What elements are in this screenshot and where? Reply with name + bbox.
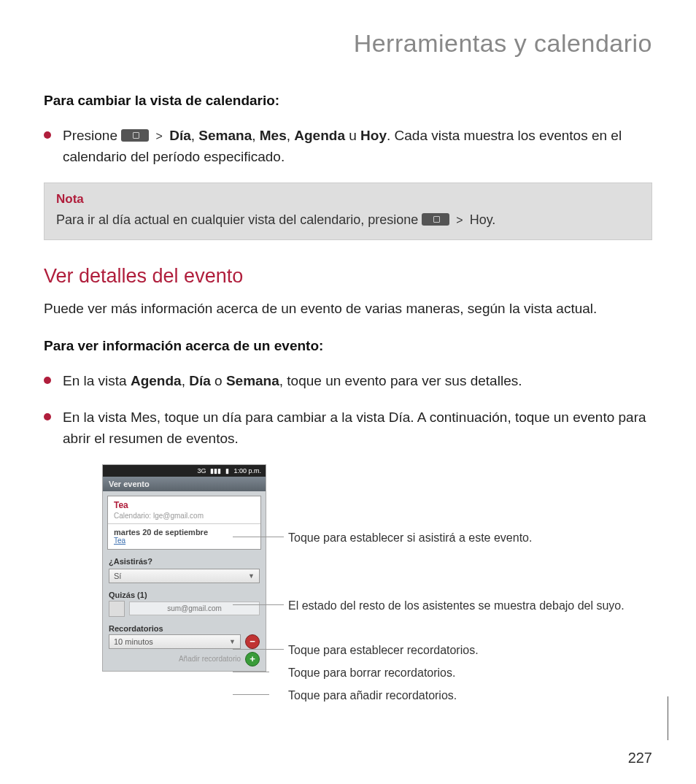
status-bar: 3G ▮▮▮ ▮ 1:00 p.m. (103, 465, 266, 477)
callouts: Toque para establecer si asistirá a este… (266, 464, 652, 526)
reminders-label: Recordatorios (103, 621, 266, 634)
callout-attendees-status: El estado del resto de los asistentes se… (266, 598, 625, 614)
text: Presione (63, 128, 121, 143)
reminder-value: 10 minutos (114, 637, 153, 646)
app-bar-title: Ver evento (103, 477, 266, 491)
gt-icon: > (153, 130, 166, 142)
page-number: 227 (628, 750, 652, 766)
chevron-down-icon: ▼ (248, 572, 255, 580)
callout-attend: Toque para establecer si asistirá a este… (266, 530, 532, 546)
page-title: Herramientas y calendario (44, 29, 652, 58)
opt-semana: Semana (226, 373, 279, 388)
attendee-row: sum@gmail.com (109, 601, 260, 617)
callout-delete-reminder: Toque para borrar recordatorios. (266, 665, 455, 681)
callout-add-reminder: Toque para añadir recordatorios. (266, 688, 457, 704)
event-card: Tea Calendario: lge@gmail.com martes 20 … (107, 496, 261, 550)
event-calendar: Calendario: lge@gmail.com (114, 512, 255, 520)
network-icon: 3G (197, 467, 206, 474)
add-reminder-button[interactable]: + (245, 652, 260, 666)
battery-icon: ▮ (225, 467, 229, 474)
opt-hoy: Hoy (360, 128, 387, 143)
bullet-month-view: En la vista Mes, toque un día para cambi… (44, 407, 652, 450)
event-date: martes 20 de septiembre (114, 528, 255, 537)
avatar (109, 601, 125, 617)
attend-value: Sí (114, 572, 121, 580)
maybe-label: Quizás (1) (103, 588, 266, 601)
side-rule (668, 696, 668, 740)
chevron-down-icon: ▼ (229, 638, 236, 645)
figure-event-detail: 3G ▮▮▮ ▮ 1:00 p.m. Ver evento Tea Calend… (102, 464, 652, 672)
signal-icon: ▮▮▮ (210, 467, 221, 474)
opt-semana: Semana (198, 128, 252, 143)
event-title: Tea (114, 500, 255, 510)
attend-label: ¿Asistirás? (103, 554, 266, 567)
opt-dia: Día (189, 373, 211, 388)
menu-key-icon (121, 129, 149, 142)
subheading-change-view: Para cambiar la vista de calendario: (44, 93, 652, 109)
status-time: 1:00 p.m. (233, 467, 261, 474)
opt-agenda: Agenda (294, 128, 345, 143)
event-link[interactable]: Tea (114, 537, 255, 545)
section-title: Ver detalles del evento (44, 265, 652, 288)
reminder-dropdown[interactable]: 10 minutos ▼ (109, 634, 241, 649)
opt-mes: Mes (260, 128, 287, 143)
bullet-agenda-day-week: En la vista Agenda, Día o Semana, toque … (44, 370, 652, 391)
menu-key-icon (422, 213, 449, 226)
note-label: Nota (56, 192, 640, 207)
note-box: Nota Para ir al día actual en cualquier … (44, 182, 652, 240)
phone-screenshot: 3G ▮▮▮ ▮ 1:00 p.m. Ver evento Tea Calend… (102, 464, 266, 672)
opt-dia: Día (169, 128, 191, 143)
note-text: Para ir al día actual en cualquier vista… (56, 212, 640, 228)
bullet-press-view: Presione > Día, Semana, Mes, Agenda u Ho… (44, 125, 652, 168)
section-paragraph: Puede ver más información acerca de un e… (44, 298, 652, 319)
subheading-view-info: Para ver información acerca de un evento… (44, 338, 652, 354)
attend-dropdown[interactable]: Sí ▼ (109, 569, 260, 583)
gt-icon: > (453, 214, 465, 226)
callout-set-reminder: Toque para establecer recordatorios. (266, 642, 479, 658)
remove-reminder-button[interactable]: − (245, 634, 260, 649)
add-reminder-label: Añadir recordatorio (179, 655, 241, 663)
opt-agenda: Agenda (131, 373, 182, 388)
